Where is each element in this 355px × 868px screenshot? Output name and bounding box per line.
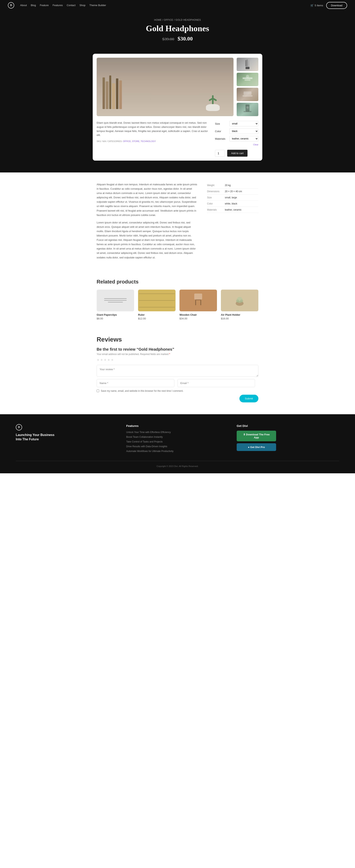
product-meta: SKU: N/A / CATEGORIES: OFFICE, STORE, TE… <box>97 140 209 143</box>
ruler-visual <box>138 289 176 311</box>
save-checkbox[interactable] <box>97 390 99 392</box>
main-product-image: Sale! 🔍 <box>97 58 234 116</box>
chair-svg <box>192 292 204 308</box>
save-checkbox-row: Save my name, email, and website in this… <box>97 390 258 392</box>
form-name-email-row <box>97 379 258 387</box>
color-label: Color <box>215 130 228 133</box>
svg-rect-10 <box>244 111 251 112</box>
svg-rect-12 <box>194 293 202 300</box>
nav-link-features[interactable]: Features <box>52 4 63 7</box>
spec-dimensions: Dimensions 20 × 20 × 40 cm <box>207 188 258 194</box>
size-select[interactable]: small medium large <box>229 121 258 126</box>
description-text: Etiam quis blandit erat. Donec laoreet l… <box>97 121 209 137</box>
color-select[interactable]: black white brown <box>229 128 258 134</box>
footer-grid: D Launching Your BusinessInto The Future… <box>16 424 339 453</box>
spec-color-label: Color <box>207 202 225 205</box>
related-products-title: Related products <box>97 279 258 285</box>
related-product-2[interactable]: Ruler $12.00 <box>138 289 176 320</box>
materials-option-row: Materials leather, ceramic fabric metal <box>215 136 258 142</box>
pc-line-2 <box>104 300 127 301</box>
footer-tagline: Launching Your BusinessInto The Future <box>16 433 118 442</box>
svg-point-11 <box>246 106 249 108</box>
star-4[interactable]: ★ <box>107 358 110 362</box>
page-title: Gold Headphones <box>4 24 351 33</box>
book-3 <box>109 75 111 109</box>
spec-dimensions-val: 20 × 20 × 40 cm <box>225 190 242 193</box>
footer-feature-2: Boost Team Collaboration Instantly <box>126 435 229 438</box>
nav-link-contact[interactable]: Contact <box>67 4 75 7</box>
related-product-2-name: Ruler <box>138 313 176 316</box>
nav-link-blog[interactable]: Blog <box>31 4 36 7</box>
related-product-1[interactable]: Giant Paperclips $8.00 <box>97 289 134 320</box>
review-textarea[interactable] <box>97 365 258 377</box>
svg-rect-7 <box>243 95 252 96</box>
star-3[interactable]: ★ <box>104 358 106 362</box>
related-product-3[interactable]: Wooden Chair $34.00 <box>179 289 217 320</box>
categories-link[interactable]: OFFICE, STORE, TECHNOLOGY <box>123 140 156 143</box>
thumbnail-3[interactable] <box>237 88 258 101</box>
star-rating[interactable]: ★ ★ ★ ★ ★ <box>97 358 258 362</box>
footer-feature-1: Unlock Your Time with Effortless Efficie… <box>126 431 229 434</box>
download-free-app-button[interactable]: ⬇ Download The Free App <box>237 431 276 441</box>
materials-select[interactable]: leather, ceramic fabric metal <box>229 136 258 142</box>
add-to-cart-button[interactable]: Add to cart <box>227 150 248 157</box>
thumbnail-4[interactable] <box>237 103 258 116</box>
ruler-mark-1 <box>139 293 175 294</box>
footer-features-title: Features <box>126 424 229 428</box>
nav-link-feature[interactable]: Feature <box>40 4 49 7</box>
name-input[interactable] <box>97 379 174 387</box>
spec-size: Size small, large <box>207 194 258 201</box>
book-1 <box>103 78 105 109</box>
svg-rect-14 <box>195 300 196 305</box>
plant-holder-visual <box>221 289 258 311</box>
thumbnail-1[interactable] <box>237 58 258 71</box>
star-1[interactable]: ★ <box>97 358 99 362</box>
footer-features-col: Features Unlock Your Time with Effortles… <box>126 424 229 453</box>
nav-link-about[interactable]: About <box>20 4 27 7</box>
reviews-section: Reviews Be the first to review “Gold Hea… <box>93 330 262 414</box>
size-option-row: Size small medium large <box>215 121 258 126</box>
info-paragraph-1: Aliquam feugiat ut diam non tempus. Inte… <box>97 182 197 217</box>
review-form: Save my name, email, and website in this… <box>97 365 258 402</box>
submit-button[interactable]: Submit <box>240 395 258 402</box>
spec-materials-label: Materials <box>207 208 225 211</box>
info-specs: Weight 20 kg Dimensions 20 × 20 × 40 cm … <box>207 182 258 263</box>
product-card: Sale! 🔍 <box>93 54 262 161</box>
spec-color-val: white, black <box>225 202 237 205</box>
product-section: Sale! 🔍 <box>0 54 355 173</box>
product-images-row: Sale! 🔍 <box>97 58 258 116</box>
thumb-2-svg <box>242 73 253 85</box>
star-2[interactable]: ★ <box>100 358 103 362</box>
nav-link-shop[interactable]: Shop <box>79 4 85 7</box>
clear-link[interactable]: Clear <box>215 144 258 146</box>
main-image-scene <box>97 58 234 115</box>
spec-dimensions-label: Dimensions <box>207 190 225 193</box>
paperclip-visual <box>97 289 134 311</box>
footer: D Launching Your BusinessInto The Future… <box>0 414 355 473</box>
pc-line-3 <box>108 302 123 303</box>
be-first-label: Be the first to review “Gold Headphones” <box>97 347 258 352</box>
footer-get-divi-title: Get Divi <box>237 424 339 428</box>
required-star: * <box>169 353 170 355</box>
related-product-2-image <box>138 289 176 311</box>
quantity-input[interactable] <box>215 150 225 157</box>
get-divi-pro-button[interactable]: ● Get Divi Pro <box>237 443 276 451</box>
nav-link-theme-builder[interactable]: Theme Builder <box>90 4 106 7</box>
nav-logo[interactable]: D <box>8 2 14 8</box>
download-button[interactable]: Download <box>326 2 347 9</box>
related-product-4-price: $16.00 <box>221 317 258 320</box>
info-paragraph-2: Lorem ipsum dolor sit amet, consectetur … <box>97 220 197 260</box>
related-product-3-price: $34.00 <box>179 317 217 320</box>
plant-scene <box>206 93 222 111</box>
cart-icon[interactable]: 🛒 5 Items <box>311 4 323 7</box>
email-input[interactable] <box>178 379 255 387</box>
related-product-4[interactable]: Air Plant Holder $16.00 <box>221 289 258 320</box>
svg-rect-13 <box>195 300 201 300</box>
svg-rect-2 <box>245 60 246 66</box>
thumb-1-svg <box>242 59 253 70</box>
sku-value: N/A <box>102 140 106 143</box>
related-product-3-image <box>179 289 217 311</box>
star-5[interactable]: ★ <box>111 358 114 362</box>
cart-icon-symbol: 🛒 <box>311 4 314 7</box>
thumbnail-2[interactable] <box>237 73 258 86</box>
